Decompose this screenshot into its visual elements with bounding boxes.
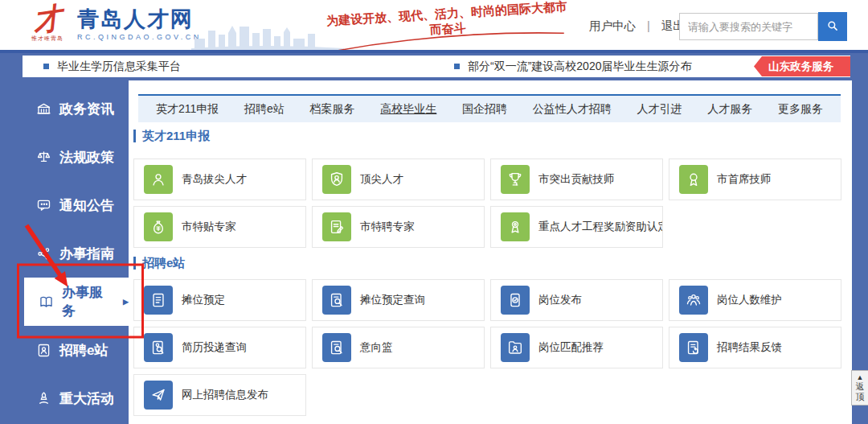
service-card[interactable]: 意向篮 bbox=[312, 327, 485, 368]
section-bar bbox=[133, 130, 136, 142]
site-title-block[interactable]: 青岛人才网 RC.QINGDAO.GOV.CN bbox=[77, 7, 202, 41]
square-bullet-icon bbox=[43, 64, 49, 69]
service-card[interactable]: 重点人才工程奖励资助认定 bbox=[490, 206, 663, 248]
sidebar-item-activities[interactable]: 重大活动 bbox=[0, 374, 129, 422]
tab-item[interactable]: 高校毕业生 bbox=[380, 102, 436, 117]
tab-item[interactable]: 更多服务 bbox=[778, 102, 823, 117]
person-icon bbox=[144, 165, 173, 194]
service-card-label: 市首席技师 bbox=[717, 172, 772, 187]
site-url: RC.QINGDAO.GOV.CN bbox=[77, 33, 202, 41]
tab-item[interactable]: 公益性人才招聘 bbox=[533, 102, 612, 117]
sidebar-menu: 政务资讯法规政策通知公告办事指南办事服务▶招聘e站重大活动 bbox=[0, 84, 129, 422]
skyline-graphic bbox=[191, 21, 344, 50]
banner-links: 毕业生学历信息采集平台部分“双一流”建设高校2020届毕业生生源分布 bbox=[23, 56, 850, 77]
medal-icon bbox=[679, 165, 708, 194]
service-card[interactable]: 招聘结果反馈 bbox=[669, 327, 841, 368]
service-card[interactable]: 顶尖人才 bbox=[312, 158, 485, 200]
doc-search-icon bbox=[322, 286, 351, 315]
sidebar-item-label: 办事服务 bbox=[62, 283, 112, 320]
tab-item[interactable]: 国企招聘 bbox=[462, 102, 507, 117]
sidebar-item-label: 重大活动 bbox=[59, 389, 114, 408]
sidebar-item-label: 办事指南 bbox=[59, 245, 114, 263]
sidebar-item-policies[interactable]: 法规政策 bbox=[0, 133, 129, 181]
service-card[interactable]: 市突出贡献技师 bbox=[490, 158, 663, 200]
sidebar-item-label: 通知公告 bbox=[59, 196, 114, 215]
tab-item[interactable]: 档案服务 bbox=[310, 102, 355, 117]
sidebar-item-guide[interactable]: 办事指南 bbox=[0, 229, 129, 278]
section-title: 招聘e站 bbox=[133, 256, 185, 270]
service-card[interactable]: 市首席技师 bbox=[669, 158, 841, 200]
sidebar-item-notices[interactable]: 通知公告 bbox=[0, 181, 129, 229]
doc-pen-icon bbox=[322, 212, 351, 241]
people-group-icon bbox=[679, 286, 708, 315]
building-icon bbox=[35, 101, 52, 117]
service-card[interactable]: 摊位预定查询 bbox=[312, 279, 485, 321]
logo[interactable]: 才 惟才唯青岛 bbox=[24, 3, 71, 43]
tab-bar: 英才211申报招聘e站档案服务高校毕业生国企招聘公益性人才招聘人才引进人才服务更… bbox=[138, 94, 841, 122]
service-card[interactable]: 青岛拔尖人才 bbox=[133, 158, 306, 200]
service-card-label: 岗位匹配推荐 bbox=[538, 340, 604, 355]
service-card[interactable]: 岗位发布 bbox=[490, 279, 663, 321]
search-icon bbox=[825, 19, 840, 35]
resume-search-icon bbox=[144, 333, 173, 362]
service-card-label: 简历投递查询 bbox=[182, 340, 247, 355]
tab-item[interactable]: 招聘e站 bbox=[244, 102, 285, 117]
tab-item[interactable]: 英才211申报 bbox=[156, 102, 219, 117]
section-title: 英才211申报 bbox=[133, 129, 210, 143]
service-card-label: 市突出贡献技师 bbox=[538, 172, 615, 187]
user-links: 用户中心 | 退出 bbox=[589, 19, 685, 34]
logo-calligraphy-icon: 才 bbox=[23, 0, 73, 37]
search-button[interactable] bbox=[818, 12, 847, 41]
shandong-gov-badge[interactable]: 山东政务服务网 bbox=[754, 56, 850, 76]
service-card-label: 岗位发布 bbox=[538, 293, 582, 307]
doc-search-icon bbox=[322, 333, 351, 362]
square-bullet-icon bbox=[454, 64, 460, 69]
service-card[interactable]: 网上招聘信息发布 bbox=[133, 374, 306, 416]
service-card[interactable]: 市特贴专家 bbox=[133, 206, 306, 248]
tab-item[interactable]: 人才引进 bbox=[637, 102, 682, 117]
service-card-label: 意向篮 bbox=[360, 340, 393, 355]
award-ribbon-icon bbox=[501, 212, 530, 241]
divider: | bbox=[647, 19, 650, 32]
banner-link-label: 部分“双一流”建设高校2020届毕业生生源分布 bbox=[468, 60, 691, 74]
user-center-link[interactable]: 用户中心 bbox=[589, 19, 636, 32]
main-content: 英才211申报招聘e站档案服务高校毕业生国企招聘公益性人才招聘人才引进人才服务更… bbox=[129, 80, 852, 424]
doc-feedback-icon bbox=[679, 333, 708, 362]
sidebar-item-recruit-e[interactable]: 招聘e站 bbox=[0, 326, 129, 374]
tablet-check-icon bbox=[501, 286, 530, 315]
service-card-label: 岗位人数维护 bbox=[717, 293, 782, 307]
header: 才 惟才唯青岛 青岛人才网 RC.QINGDAO.GOV.CN bbox=[0, 0, 868, 50]
service-card[interactable]: 简历投递查询 bbox=[133, 327, 306, 368]
service-card[interactable]: 岗位匹配推荐 bbox=[490, 327, 663, 368]
paper-plane-icon bbox=[144, 381, 173, 410]
sidebar-item-services[interactable]: 办事服务▶ bbox=[24, 278, 129, 326]
section-bar bbox=[133, 257, 136, 270]
service-card-label: 市特聘专家 bbox=[360, 220, 415, 234]
back-to-top-button[interactable]: ▲ 返顶 bbox=[851, 370, 868, 405]
up-triangle-icon: ▲ bbox=[852, 373, 868, 381]
service-card[interactable]: 岗位人数维护 bbox=[669, 279, 841, 321]
search-input[interactable] bbox=[679, 13, 818, 40]
sidebar-item-gov-news[interactable]: 政务资讯 bbox=[0, 84, 129, 133]
section-title-text: 英才211申报 bbox=[142, 129, 210, 144]
service-card-label: 网上招聘信息发布 bbox=[182, 388, 268, 402]
banner-link[interactable]: 部分“双一流”建设高校2020届毕业生生源分布 bbox=[454, 60, 691, 74]
scales-icon bbox=[35, 149, 52, 166]
banner-link[interactable]: 毕业生学历信息采集平台 bbox=[43, 60, 181, 74]
chat-icon bbox=[35, 197, 52, 214]
tab-item[interactable]: 人才服务 bbox=[707, 102, 752, 117]
folder-person-icon bbox=[501, 333, 530, 362]
service-card-label: 摊位预定查询 bbox=[360, 293, 425, 307]
section-title-text: 招聘e站 bbox=[142, 256, 185, 271]
sidebar-item-label: 法规政策 bbox=[59, 148, 114, 167]
search-box bbox=[679, 12, 847, 41]
sidebar-item-label: 招聘e站 bbox=[59, 341, 108, 360]
caret-right-icon: ▶ bbox=[123, 298, 129, 306]
service-card[interactable]: 摊位预定 bbox=[133, 279, 306, 321]
card-grid: 摊位预定摊位预定查询岗位发布岗位人数维护简历投递查询意向篮岗位匹配推荐招聘结果反… bbox=[133, 279, 847, 416]
service-card-label: 摊位预定 bbox=[182, 293, 225, 307]
service-card-label: 招聘结果反馈 bbox=[717, 340, 782, 355]
service-card[interactable]: 市特聘专家 bbox=[312, 206, 485, 248]
back-to-top-label: 返顶 bbox=[852, 381, 868, 402]
sub-banner: 毕业生学历信息采集平台部分“双一流”建设高校2020届毕业生生源分布 山东政务服… bbox=[0, 50, 868, 80]
